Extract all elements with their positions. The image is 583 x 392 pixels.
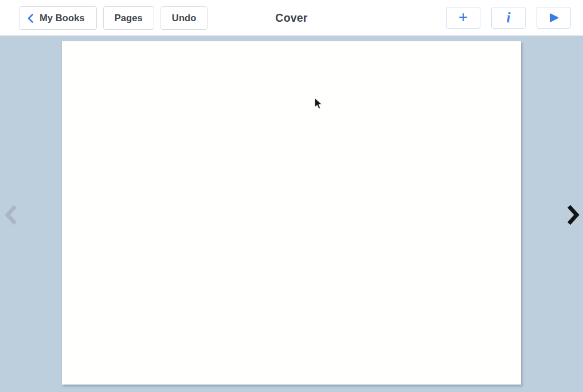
add-button[interactable]: + bbox=[446, 7, 480, 29]
pages-label: Pages bbox=[115, 13, 143, 23]
page-title: Cover bbox=[275, 0, 307, 36]
pages-button[interactable]: Pages bbox=[103, 6, 154, 30]
book-editor-window: My Books Pages Undo Cover + i bbox=[0, 0, 583, 392]
undo-button[interactable]: Undo bbox=[161, 6, 208, 30]
plus-icon: + bbox=[459, 9, 468, 25]
play-button[interactable] bbox=[537, 7, 571, 29]
book-page[interactable] bbox=[62, 41, 521, 385]
info-icon: i bbox=[507, 10, 511, 25]
canvas-area bbox=[0, 36, 583, 392]
toolbar-right-group: + i bbox=[446, 7, 571, 29]
toolbar: My Books Pages Undo Cover + i bbox=[0, 0, 583, 36]
next-page-chevron-icon[interactable] bbox=[566, 204, 580, 226]
prev-page-chevron-icon[interactable] bbox=[4, 204, 18, 226]
play-icon bbox=[549, 13, 559, 23]
undo-label: Undo bbox=[172, 13, 197, 23]
back-chevron-icon bbox=[28, 14, 33, 23]
info-button[interactable]: i bbox=[491, 7, 526, 29]
my-books-label: My Books bbox=[40, 13, 85, 23]
toolbar-left-group: My Books Pages Undo bbox=[19, 6, 208, 30]
my-books-button[interactable]: My Books bbox=[19, 6, 97, 30]
